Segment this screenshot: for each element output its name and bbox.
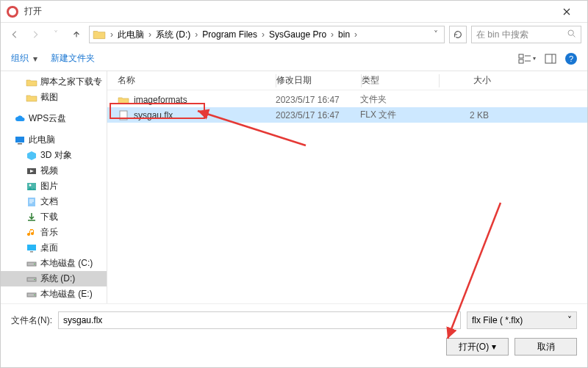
cloud-icon bbox=[14, 113, 26, 125]
sidebar-item[interactable]: 图片 bbox=[1, 178, 107, 194]
sidebar-item-label: 截图 bbox=[40, 91, 58, 104]
sidebar-item[interactable]: 脚本之家下载专 bbox=[1, 74, 107, 90]
app-icon bbox=[7, 6, 18, 18]
sidebar-item[interactable]: 此电脑 bbox=[1, 132, 107, 148]
svg-rect-9 bbox=[28, 198, 35, 206]
file-list-area: 名称 修改日期 类型 大小 imageformats2023/5/17 16:4… bbox=[107, 71, 587, 336]
sidebar-item-label: 3D 对象 bbox=[40, 149, 72, 162]
crumb-pc[interactable]: 此电脑 bbox=[115, 26, 147, 43]
sidebar-item[interactable]: 桌面 bbox=[1, 240, 107, 256]
sidebar-item-label: 此电脑 bbox=[29, 134, 55, 146]
file-row[interactable]: sysgau.flx2023/5/17 16:47FLX 文件2 KB bbox=[107, 107, 587, 123]
chevron-right-icon: › bbox=[147, 29, 153, 40]
file-row[interactable]: imageformats2023/5/17 16:47文件夹 bbox=[107, 92, 587, 107]
col-type[interactable]: 类型 bbox=[362, 74, 439, 87]
svg-rect-22 bbox=[120, 111, 127, 120]
sidebar-item[interactable]: 文档 bbox=[1, 194, 107, 209]
doc-icon bbox=[26, 196, 37, 208]
chevron-right-icon: › bbox=[260, 29, 266, 40]
help-icon[interactable]: ? bbox=[565, 53, 577, 65]
sidebar: 脚本之家下载专截图WPS云盘此电脑3D 对象视频图片文档下载音乐桌面本地磁盘 (… bbox=[1, 71, 107, 336]
sidebar-item[interactable]: 3D 对象 bbox=[1, 148, 107, 163]
sidebar-item[interactable]: WPS云盘 bbox=[1, 111, 107, 126]
search-placeholder: 在 bin 中搜索 bbox=[476, 29, 528, 41]
chevron-right-icon: › bbox=[193, 29, 199, 40]
view-options-button[interactable]: ▾ bbox=[518, 54, 536, 64]
chevron-right-icon: › bbox=[329, 29, 335, 40]
svg-rect-3 bbox=[545, 54, 556, 63]
drive-icon bbox=[26, 289, 37, 300]
music-icon bbox=[26, 227, 37, 239]
file-date: 2023/5/17 16:47 bbox=[276, 110, 360, 120]
sidebar-item[interactable]: 音乐 bbox=[1, 225, 107, 240]
sidebar-item-label: 本地磁盘 (E:) bbox=[40, 288, 93, 300]
sidebar-item-label: 文档 bbox=[40, 195, 58, 208]
filetype-filter[interactable]: flx File ( *.flx) ˅ bbox=[467, 311, 577, 329]
file-name: imageformats bbox=[134, 95, 187, 105]
desktop-icon bbox=[26, 242, 37, 254]
close-button[interactable] bbox=[552, 1, 581, 23]
up-button[interactable] bbox=[68, 26, 85, 43]
svg-rect-11 bbox=[30, 251, 33, 253]
cancel-button[interactable]: 取消 bbox=[514, 338, 577, 356]
chevron-right-icon: › bbox=[109, 29, 115, 40]
sidebar-item[interactable]: 本地磁盘 (C:) bbox=[1, 256, 107, 271]
svg-rect-5 bbox=[18, 143, 22, 145]
organize-dropdown[interactable]: ▾ bbox=[33, 54, 37, 64]
open-button[interactable]: 打开(O)▾ bbox=[446, 338, 509, 356]
folder-icon bbox=[26, 76, 37, 88]
drive-icon bbox=[26, 273, 37, 285]
sidebar-item-label: 桌面 bbox=[40, 242, 58, 254]
column-headers: 名称 修改日期 类型 大小 bbox=[107, 71, 587, 90]
col-date[interactable]: 修改日期 bbox=[276, 74, 361, 87]
sidebar-item[interactable]: 系统 (D:) bbox=[1, 271, 107, 286]
sidebar-item-label: 音乐 bbox=[40, 226, 58, 239]
sidebar-item-label: 脚本之家下载专 bbox=[40, 76, 102, 88]
recent-button[interactable]: ˅ bbox=[48, 26, 64, 43]
sidebar-item[interactable]: 截图 bbox=[1, 90, 107, 105]
sidebar-item[interactable]: 下载 bbox=[1, 209, 107, 225]
sidebar-item-label: WPS云盘 bbox=[29, 112, 66, 125]
svg-rect-2 bbox=[519, 59, 523, 63]
folder-icon bbox=[26, 92, 37, 104]
back-button[interactable] bbox=[7, 26, 23, 43]
svg-point-17 bbox=[34, 294, 35, 295]
organize-button[interactable]: 组织 bbox=[11, 52, 29, 65]
crumb-pf[interactable]: Program Files bbox=[199, 26, 260, 43]
forward-button[interactable] bbox=[27, 26, 43, 43]
title-bar: 打开 bbox=[1, 1, 587, 23]
refresh-button[interactable] bbox=[449, 26, 467, 43]
file-date: 2023/5/17 16:47 bbox=[276, 95, 360, 105]
sidebar-item[interactable]: 本地磁盘 (E:) bbox=[1, 286, 107, 302]
nav-bar: ˅ › 此电脑 › 系统 (D:) › Program Files › SysG… bbox=[1, 23, 587, 46]
search-icon bbox=[567, 29, 576, 40]
svg-point-0 bbox=[568, 30, 573, 35]
address-bar[interactable]: › 此电脑 › 系统 (D:) › Program Files › SysGau… bbox=[89, 26, 445, 43]
new-folder-button[interactable]: 新建文件夹 bbox=[51, 52, 95, 65]
obj-icon bbox=[26, 150, 37, 162]
crumb-sg[interactable]: SysGauge Pro bbox=[266, 26, 329, 43]
sidebar-item[interactable]: 视频 bbox=[1, 163, 107, 178]
svg-point-8 bbox=[29, 184, 32, 186]
file-size: 2 KB bbox=[437, 110, 496, 120]
filename-input[interactable] bbox=[58, 311, 461, 329]
preview-pane-button[interactable] bbox=[545, 54, 556, 64]
window-title: 打开 bbox=[24, 5, 552, 18]
svg-point-13 bbox=[34, 263, 35, 264]
sidebar-item-label: 系统 (D:) bbox=[40, 273, 75, 285]
file-type: FLX 文件 bbox=[360, 109, 437, 121]
col-size[interactable]: 大小 bbox=[440, 74, 498, 87]
sidebar-item-label: 图片 bbox=[40, 180, 58, 192]
crumb-d[interactable]: 系统 (D:) bbox=[153, 26, 193, 43]
crumb-bin[interactable]: bin bbox=[335, 26, 353, 43]
file-type: 文件夹 bbox=[360, 93, 437, 106]
download-icon bbox=[26, 212, 37, 223]
search-input[interactable]: 在 bin 中搜索 bbox=[471, 26, 581, 43]
main-area: 脚本之家下载专截图WPS云盘此电脑3D 对象视频图片文档下载音乐桌面本地磁盘 (… bbox=[1, 71, 587, 336]
address-dropdown[interactable]: ˅ bbox=[431, 29, 441, 40]
svg-point-15 bbox=[34, 278, 35, 280]
chevron-right-icon: › bbox=[353, 29, 359, 40]
col-name[interactable]: 名称 bbox=[118, 74, 276, 87]
folder-icon bbox=[118, 94, 129, 106]
file-icon bbox=[118, 109, 129, 121]
